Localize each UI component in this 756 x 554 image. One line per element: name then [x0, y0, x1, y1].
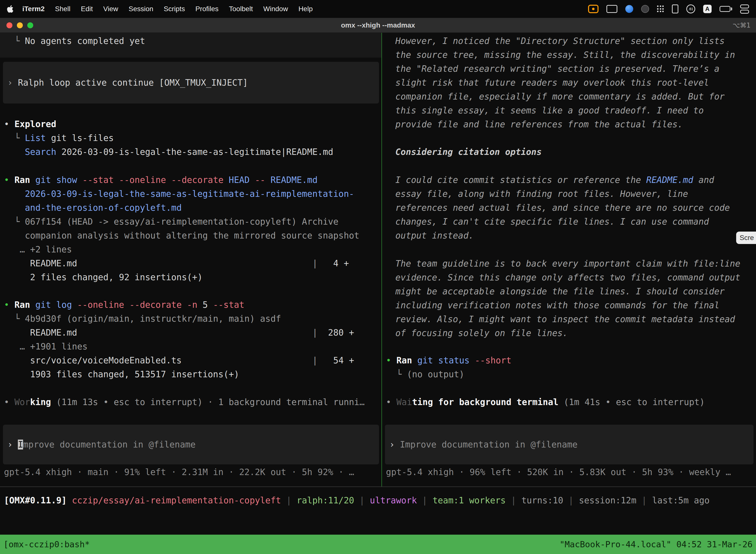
text-segment: the "Related research writing" section i…	[395, 64, 719, 74]
menu-item-shell[interactable]: Shell	[55, 5, 70, 13]
text-segment: references need actual files, and since …	[395, 203, 730, 213]
terminal-line: this single essay, it seems like a good …	[391, 104, 756, 117]
blue-app-icon[interactable]	[625, 5, 633, 13]
text-segment: turns:10	[521, 495, 563, 505]
menu-item-view[interactable]: View	[103, 5, 118, 13]
terminal-line: including verification notes with those …	[391, 298, 756, 312]
control-center-icon[interactable]	[740, 4, 749, 14]
explored-block: • Explored └ List git ls-files Search 20…	[0, 117, 381, 159]
text-segment: README.md	[265, 175, 318, 185]
text-segment: |	[354, 495, 370, 505]
terminal-line: • Explored	[0, 117, 381, 131]
terminal-line: 1903 files changed, 513517 insertions(+)	[0, 367, 381, 381]
terminal-line: └ 4b9d30f (origin/main, instructkr/main,…	[0, 312, 381, 326]
text-segment: |	[312, 355, 317, 365]
text-segment: HEAD	[224, 175, 250, 185]
menu-item-session[interactable]: Session	[128, 5, 153, 13]
window-controls	[6, 18, 33, 33]
text-segment: --short	[469, 355, 511, 365]
zoom-button[interactable]	[27, 22, 33, 28]
apple-menu-icon[interactable]	[7, 5, 13, 13]
text-segment: 067f154 (HEAD -> essay/ai-reimplementati…	[25, 217, 338, 227]
text-segment: 54 +	[317, 355, 354, 365]
text-segment	[67, 495, 72, 505]
text-segment: Improve documentation in @filename	[400, 440, 577, 449]
text-segment	[4, 203, 25, 213]
app-menu-iterm2[interactable]: iTerm2	[22, 5, 45, 13]
terminal-line: evidence. Since this change only affects…	[391, 271, 756, 284]
ran-git-status-block: • Ran git status --short └ (no output)	[382, 353, 756, 381]
terminal-line: › Improve documentation in @filename	[3, 438, 379, 451]
tmux-host-time: "MacBook-Pro-44.local" 04:52 31-Mar-26	[560, 539, 753, 549]
terminal-line: might be acceptable alongside the file l…	[391, 284, 756, 298]
text-segment: 2026-03-09-is-legal-the-same-as-legitima…	[56, 147, 333, 157]
terminal-line: • Ran git status --short	[382, 353, 756, 367]
menu-item-scripts[interactable]: Scripts	[164, 5, 185, 13]
text-segment: [OMX#0.11.9]	[4, 495, 67, 505]
text-segment: 2026-03-09-is-legal-the-same-as-legitima…	[25, 189, 354, 199]
input-source-icon[interactable]: A	[703, 5, 712, 13]
menu-item-window[interactable]: Window	[263, 5, 288, 13]
screen-recording-indicator-icon[interactable]	[588, 5, 598, 13]
text-segment: … +2 lines	[4, 244, 72, 255]
close-button[interactable]	[6, 22, 12, 28]
text-segment: essay file, along with finding root file…	[395, 189, 688, 199]
text-segment: (1m 41s • esc to interrupt)	[564, 397, 705, 407]
text-segment: review. Also, I might want to inspect th…	[395, 314, 735, 324]
text-segment: |	[563, 495, 579, 505]
text-segment: ting for background terminal	[412, 397, 558, 407]
ralph-inject-panel: › Ralph loop active continue [OMX_TMUX_I…	[3, 62, 379, 104]
text-segment: mprove documentation in @filename	[23, 440, 195, 449]
terminal-line: gpt-5.4 xhigh · 96% left · 520K in · 5.8…	[382, 465, 756, 479]
text-segment: companion analysis without altering the …	[4, 231, 359, 240]
battery-icon[interactable]	[719, 6, 732, 12]
menu-item-help[interactable]: Help	[298, 5, 313, 13]
terminal-line: companion analysis without altering the …	[0, 229, 381, 242]
text-segment: ralph:11/20	[297, 495, 354, 505]
terminal-line: README.md | 4 +	[0, 257, 381, 270]
text-segment: gpt-5.4 xhigh · 96% left · 520K in · 5.8…	[386, 467, 731, 477]
reasoning-paragraph-1: However, I noticed the "Directory Struct…	[391, 34, 756, 131]
menu-item-edit[interactable]: Edit	[81, 5, 93, 13]
text-segment: session:12m	[579, 495, 636, 505]
terminal-line: › Improve documentation in @filename	[385, 438, 754, 451]
text-segment: •	[4, 300, 14, 310]
terminal-line: output instead.	[391, 229, 756, 242]
terminal-line: • Ran git log --oneline --decorate -n 5 …	[0, 298, 381, 312]
text-segment: ›	[389, 440, 400, 449]
dark-app-icon[interactable]	[641, 5, 649, 13]
left-agent-input[interactable]: › Improve documentation in @filename	[3, 425, 379, 464]
text-segment	[558, 397, 564, 407]
stats-gauge-icon[interactable]: .61	[686, 4, 695, 13]
display-mirroring-icon[interactable]	[672, 4, 678, 13]
terminal-line: └ 067f154 (HEAD -> essay/ai-reimplementa…	[0, 215, 381, 229]
terminal-line: and-the-erosion-of-copyleft.md	[0, 201, 381, 215]
menu-item-toolbelt[interactable]: Toolbelt	[229, 5, 253, 13]
minimize-button[interactable]	[17, 22, 23, 28]
text-segment: Considering citation options	[395, 147, 542, 157]
pane-divider[interactable]	[381, 33, 382, 487]
terminal-line: provide file and line references from th…	[391, 117, 756, 131]
keyboard-icon[interactable]	[607, 5, 617, 13]
apps-grid-icon[interactable]	[657, 5, 664, 12]
text-segment: ultrawork	[370, 495, 417, 505]
right-pane: However, I noticed the "Directory Struct…	[382, 33, 756, 487]
text-segment: Ran	[14, 175, 30, 185]
terminal-line: references need actual files, and since …	[391, 201, 756, 215]
reasoning-heading: Considering citation options	[391, 145, 756, 159]
text-segment: provide file and line references from th…	[395, 119, 683, 129]
menu-item-profiles[interactable]: Profiles	[195, 5, 218, 13]
text-segment: |	[506, 495, 521, 505]
text-segment: I	[18, 440, 23, 449]
right-agent-input[interactable]: › Improve documentation in @filename	[385, 425, 754, 464]
terminal-line: • Working (11m 13s • esc to interrupt) ·…	[0, 395, 381, 409]
text-segment: 1903 files changed, 513517 insertions(+)	[4, 369, 239, 379]
ran-git-show-block: • Ran git show --stat --oneline --decora…	[0, 173, 381, 284]
agents-summary-strip: └ No agents completed yet	[0, 33, 381, 58]
terminal-line: └ List git ls-files	[0, 131, 381, 145]
screen-share-tab[interactable]: Scre	[736, 232, 756, 244]
text-segment: -n	[182, 300, 197, 310]
ran-git-log-block: • Ran git log --oneline --decorate -n 5 …	[0, 298, 381, 381]
left-pane: └ No agents completed yet › Ralph loop a…	[0, 33, 381, 487]
terminal-line: README.md | 280 +	[0, 326, 381, 340]
